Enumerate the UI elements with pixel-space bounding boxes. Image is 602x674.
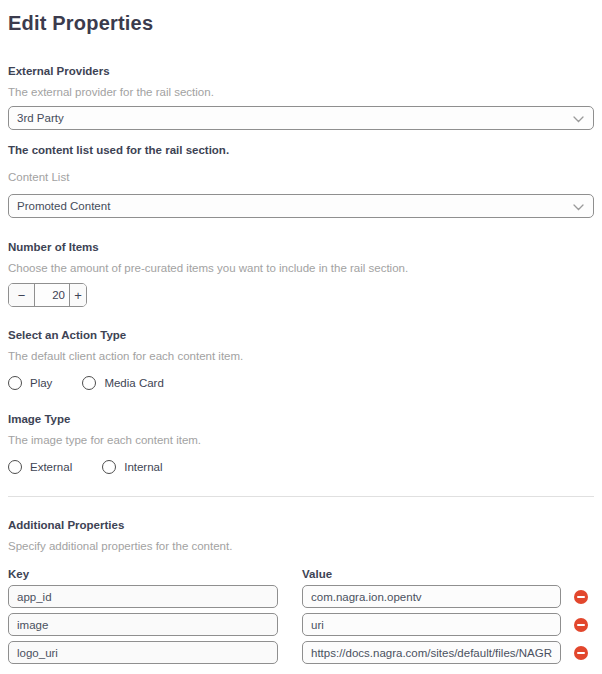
minus-icon	[577, 624, 585, 626]
chevron-down-icon	[573, 116, 584, 123]
radio-option-external[interactable]: External	[8, 460, 72, 474]
decrement-button[interactable]: −	[9, 284, 35, 306]
page-title: Edit Properties	[8, 12, 594, 35]
radio-icon[interactable]	[8, 460, 22, 474]
edit-properties-form: Edit Properties External Providers The e…	[0, 0, 602, 674]
external-providers-label: External Providers	[8, 65, 594, 77]
number-of-items-description: Choose the amount of pre-curated items y…	[8, 262, 594, 274]
additional-properties-description: Specify additional properties for the co…	[8, 540, 594, 552]
remove-property-icon[interactable]	[574, 618, 588, 632]
radio-option-label: Play	[30, 377, 52, 389]
additional-properties-label: Additional Properties	[8, 519, 594, 531]
radio-option-internal[interactable]: Internal	[102, 460, 162, 474]
property-key-input[interactable]	[8, 613, 278, 636]
number-of-items-label: Number of Items	[8, 241, 594, 253]
radio-option-label: External	[30, 461, 72, 473]
external-providers-select[interactable]: 3rd Party	[8, 106, 594, 130]
number-of-items-input[interactable]	[35, 284, 69, 306]
image-type-description: The image type for each content item.	[8, 434, 594, 446]
number-of-items-stepper: − +	[8, 283, 87, 307]
property-row	[8, 585, 594, 608]
radio-option-media-card[interactable]: Media Card	[82, 376, 163, 390]
action-type-label: Select an Action Type	[8, 329, 594, 341]
content-list-heading: The content list used for the rail secti…	[8, 144, 594, 156]
property-key-input[interactable]	[8, 641, 278, 664]
property-row	[8, 613, 594, 636]
content-list-label: Content List	[8, 171, 594, 183]
content-list-select[interactable]: Promoted Content	[8, 194, 594, 218]
property-key-input[interactable]	[8, 585, 278, 608]
minus-icon	[577, 652, 585, 654]
chevron-down-icon	[573, 204, 584, 211]
image-type-options: External Internal	[8, 460, 594, 474]
action-type-options: Play Media Card	[8, 376, 594, 390]
radio-option-label: Media Card	[104, 377, 163, 389]
property-value-input[interactable]	[302, 613, 561, 636]
external-providers-selected-value: 3rd Party	[17, 112, 64, 124]
radio-icon[interactable]	[8, 376, 22, 390]
section-divider	[8, 496, 594, 497]
increment-button[interactable]: +	[69, 284, 86, 306]
radio-option-play[interactable]: Play	[8, 376, 52, 390]
remove-property-icon[interactable]	[574, 590, 588, 604]
radio-icon[interactable]	[82, 376, 96, 390]
remove-property-icon[interactable]	[574, 646, 588, 660]
image-type-label: Image Type	[8, 413, 594, 425]
property-value-input[interactable]	[302, 585, 561, 608]
radio-option-label: Internal	[124, 461, 162, 473]
external-providers-description: The external provider for the rail secti…	[8, 86, 594, 98]
property-row	[8, 641, 594, 664]
property-value-input[interactable]	[302, 641, 561, 664]
radio-icon[interactable]	[102, 460, 116, 474]
value-column-header: Value	[302, 568, 332, 580]
minus-icon	[577, 596, 585, 598]
kv-column-headers: Key Value	[8, 568, 594, 580]
action-type-description: The default client action for each conte…	[8, 350, 594, 362]
key-column-header: Key	[8, 568, 302, 580]
content-list-selected-value: Promoted Content	[17, 200, 110, 212]
